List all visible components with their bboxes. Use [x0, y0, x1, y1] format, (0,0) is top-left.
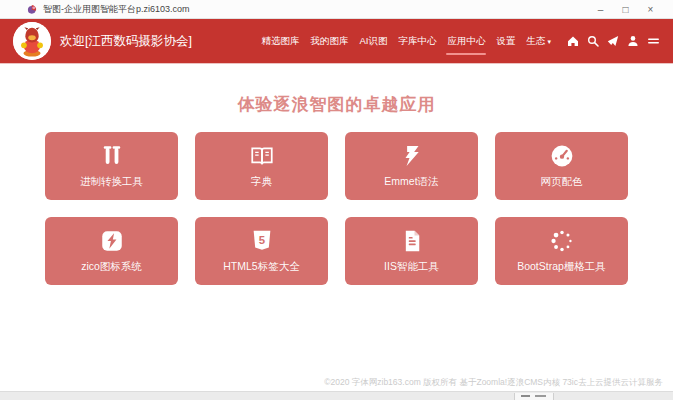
- app-card-label: 进制转换工具: [80, 175, 143, 189]
- copyright-text: ©2020 字体网zib163.com 版权所有 基于Zoomla!逐浪CMS内…: [324, 377, 663, 389]
- nav-item-label: 字库中心: [398, 35, 436, 48]
- app-card[interactable]: BootStrap栅格工具: [495, 217, 628, 285]
- maximize-button[interactable]: □: [613, 1, 638, 18]
- nav-item-label: 应用中心: [447, 35, 485, 48]
- nav-item[interactable]: 我的图库: [310, 30, 350, 53]
- app-card[interactable]: 网页配色: [495, 132, 628, 200]
- nav-item[interactable]: 应用中心: [446, 30, 486, 53]
- spinner-icon: [549, 228, 575, 254]
- window-controls: – □ ×: [588, 1, 663, 18]
- app-card-label: IIS智能工具: [384, 260, 439, 274]
- app-card-grid: 进制转换工具 字典 Emmet语法 网页配色 zico图标系统 5 HTML5标…: [45, 132, 628, 285]
- browser-tab[interactable]: 智图-企业用图智能平台p.zi6103.com: [0, 3, 190, 16]
- app-card[interactable]: 字典: [195, 132, 328, 200]
- nav-item[interactable]: 精选图库: [261, 30, 301, 53]
- page-title: 体验逐浪智图的卓越应用: [0, 63, 673, 116]
- navbar: 欢迎[江西数码摄影协会] 精选图库 我的图库 AI识图 字库中心: [0, 19, 673, 63]
- book-icon: [249, 143, 275, 169]
- close-button[interactable]: ×: [638, 1, 663, 18]
- app-card-label: Emmet语法: [384, 175, 438, 189]
- app-card[interactable]: 5 HTML5标签大全: [195, 217, 328, 285]
- app-card-label: BootStrap栅格工具: [517, 260, 606, 274]
- app-card-label: 字典: [251, 175, 272, 189]
- nav-menu: 精选图库 我的图库 AI识图 字库中心 应用中心: [261, 30, 553, 53]
- nav-item-label: 精选图库: [262, 35, 300, 48]
- nav-item[interactable]: 生态 ▾: [525, 30, 552, 53]
- window-bottom-edge: [0, 391, 673, 400]
- nav-item[interactable]: 设置: [495, 30, 516, 53]
- test-tubes-icon: [99, 143, 125, 169]
- nav-item-label: AI识图: [360, 35, 388, 48]
- app-card[interactable]: 进制转换工具: [45, 132, 178, 200]
- home-icon[interactable]: [567, 35, 579, 47]
- app-card[interactable]: zico图标系统: [45, 217, 178, 285]
- nav-item[interactable]: AI识图: [359, 30, 389, 53]
- chevron-down-icon: ▾: [547, 38, 551, 45]
- logo-avatar[interactable]: [13, 22, 51, 60]
- browser-titlebar: 智图-企业用图智能平台p.zi6103.com – □ ×: [0, 0, 673, 19]
- search-icon[interactable]: [587, 35, 599, 47]
- nav-item-label: 设置: [496, 35, 515, 48]
- tab-title: 智图-企业用图智能平台p.zi6103.com: [43, 3, 190, 16]
- navbar-action-icons: [567, 35, 660, 47]
- nav-item[interactable]: 字库中心: [397, 30, 437, 53]
- nav-item-label: 我的图库: [311, 35, 349, 48]
- favicon-icon: [27, 4, 38, 15]
- app-card-label: 网页配色: [541, 175, 583, 189]
- mascot-icon: [13, 22, 51, 60]
- send-icon[interactable]: [607, 35, 619, 47]
- taskbar-fragment: [514, 393, 554, 400]
- emmet-icon: [399, 143, 425, 169]
- gauge-icon: [549, 143, 575, 169]
- minimize-button[interactable]: –: [588, 1, 613, 18]
- zico-icon: [99, 228, 125, 254]
- user-icon[interactable]: [627, 35, 639, 47]
- svg-text:5: 5: [258, 234, 264, 246]
- document-icon: [399, 228, 425, 254]
- app-card-label: zico图标系统: [81, 260, 142, 274]
- welcome-text: 欢迎[江西数码摄影协会]: [60, 33, 192, 50]
- html5-icon: 5: [249, 228, 275, 254]
- app-card-label: HTML5标签大全: [223, 260, 299, 274]
- menu-icon[interactable]: [647, 35, 660, 47]
- app-card[interactable]: Emmet语法: [345, 132, 478, 200]
- nav-item-label: 生态: [526, 35, 545, 48]
- app-card[interactable]: IIS智能工具: [345, 217, 478, 285]
